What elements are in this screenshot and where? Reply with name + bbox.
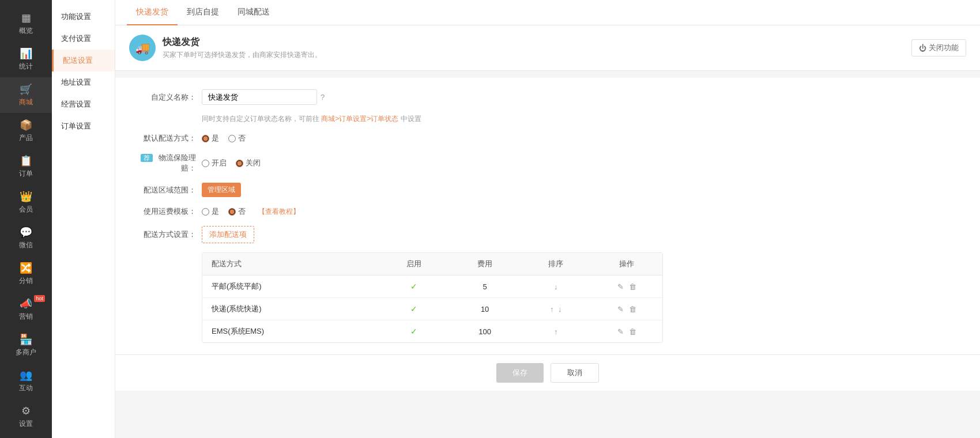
row3-enabled: ✓ [378,321,449,342]
sidebar-item-label: 概览 [19,26,33,36]
form-area: 自定义名称： ? 同时支持自定义订单状态名称，可前往 商城>订单设置>订单状态 … [115,78,980,354]
delete-icon[interactable]: 🗑 [629,305,636,314]
second-nav-addr[interactable]: 地址设置 [52,71,115,93]
power-icon: ⏻ [919,44,926,52]
main-content: 快递发货 到店自提 同城配送 🚚 快递发货 买家下单时可选择快递发货，由商家安排… [115,0,980,438]
custom-name-input[interactable] [202,89,317,105]
default-method-label: 默认配送方式： [133,133,196,144]
sidebar-item-order[interactable]: 📋 订单 [0,149,52,184]
second-nav-ship[interactable]: 配送设置 [52,50,115,71]
second-nav-func[interactable]: 功能设置 [52,6,115,28]
header-desc: 买家下单时可选择快递发货，由商家安排快递寄出。 [163,50,322,60]
hot-badge: hot [34,295,45,302]
sidebar-item-interact[interactable]: 👥 互动 [0,363,52,399]
shop-icon: 🛒 [20,83,32,96]
sidebar: ▦ 概览 📊 统计 🛒 商城 📦 产品 📋 订单 👑 会员 💬 微信 🔀 分销 … [0,0,52,438]
check-icon: ✓ [410,304,417,314]
row2-enabled: ✓ [378,299,449,319]
delete-icon[interactable]: 🗑 [629,327,636,336]
save-button[interactable]: 保存 [496,363,544,383]
tab-bar: 快递发货 到店自提 同城配送 [115,0,980,25]
product-icon: 📦 [20,119,32,131]
insure-open[interactable]: 开启 [202,158,227,168]
insure-close[interactable]: 关闭 [236,158,261,168]
sidebar-item-member[interactable]: 👑 会员 [0,184,52,220]
edit-icon[interactable]: ✎ [617,305,624,314]
member-icon: 👑 [20,190,32,203]
row2-sort: ↑ ↓ [521,299,591,319]
default-method-yes[interactable]: 是 [202,133,219,144]
second-nav-biz[interactable]: 经营设置 [52,93,115,115]
close-function-button[interactable]: ⏻ 关闭功能 [911,39,966,56]
header-delivery-icon: 🚚 [129,35,156,61]
table-row: 快递(系统快递) ✓ 10 ↑ ↓ ✎ 🗑 [202,298,662,320]
edit-icon[interactable]: ✎ [617,327,624,336]
delivery-table: 配送方式 启用 费用 排序 操作 平邮(系统平邮) ✓ 5 ↓ [202,252,663,343]
second-nav-pay[interactable]: 支付设置 [52,28,115,50]
sidebar-item-multi[interactable]: 🏪 多商户 [0,327,52,363]
sidebar-item-product[interactable]: 📦 产品 [0,113,52,149]
freight-yes[interactable]: 是 [202,206,219,217]
tab-pickup[interactable]: 到店自提 [178,0,228,25]
freight-label: 使用运费模板： [133,206,196,217]
form-footer: 保存 取消 [115,354,980,391]
sidebar-item-label: 设置 [19,419,33,429]
sort-down-arrow[interactable]: ↓ [554,282,558,291]
sidebar-item-label: 分销 [19,276,33,286]
custom-name-row: 自定义名称： ? [133,89,963,105]
row2-action: ✎ 🗑 [591,299,662,319]
tab-local[interactable]: 同城配送 [228,0,279,25]
stats-icon: 📊 [20,47,32,60]
multi-icon: 🏪 [20,333,32,346]
col-header-fee: 费用 [450,253,521,275]
header-card: 🚚 快递发货 买家下单时可选择快递发货，由商家安排快递寄出。 ⏻ 关闭功能 [115,25,980,71]
distribute-icon: 🔀 [20,262,32,274]
row1-sort: ↓ [521,277,591,297]
sidebar-item-shop[interactable]: 🛒 商城 [0,77,52,113]
sidebar-item-marketing[interactable]: 📣 营销 hot [0,292,52,327]
freight-no[interactable]: 否 [228,206,246,217]
sort-up-arrow[interactable]: ↑ [554,327,558,336]
manage-area-button[interactable]: 管理区域 [202,183,241,197]
delivery-method-row: 配送方式设置： 添加配送项 [133,226,963,243]
order-icon: 📋 [20,154,32,167]
sidebar-item-settings[interactable]: ⚙ 设置 [0,399,52,435]
help-icon[interactable]: ? [321,93,325,101]
second-nav-order-cfg[interactable]: 订单设置 [52,115,115,137]
sidebar-item-label: 多商户 [16,348,36,357]
row3-action: ✎ 🗑 [591,322,662,342]
col-header-name: 配送方式 [202,253,378,275]
default-method-radio-group: 是 否 [202,133,246,144]
tutorial-link[interactable]: 【查看教程】 [258,207,300,217]
hint-link[interactable]: 商城>订单设置>订单状态 [321,115,398,123]
close-btn-label: 关闭功能 [929,43,959,53]
insure-badge: 荐 [141,154,153,162]
sort-down-arrow[interactable]: ↓ [558,305,562,314]
sidebar-item-label: 商城 [19,97,33,107]
sidebar-item-overview[interactable]: ▦ 概览 [0,6,52,41]
micro-icon: 💬 [20,226,32,239]
row3-name: EMS(系统EMS) [202,320,378,342]
second-nav: 功能设置 支付设置 配送设置 地址设置 经营设置 订单设置 [52,0,115,438]
delivery-area-row: 配送区域范围： 管理区域 [133,183,963,197]
edit-icon[interactable]: ✎ [617,282,624,291]
default-method-no[interactable]: 否 [228,133,246,144]
logistics-insure-row: 荐 物流保险理赔： 开启 关闭 [133,153,963,173]
sidebar-item-stats[interactable]: 📊 统计 [0,41,52,77]
freight-template-row: 使用运费模板： 是 否 【查看教程】 [133,206,963,217]
sidebar-item-label: 营销 [19,312,33,322]
cancel-button[interactable]: 取消 [551,363,599,383]
col-header-action: 操作 [591,253,662,275]
sidebar-item-label: 产品 [19,133,33,143]
sidebar-item-label: 会员 [19,205,33,214]
sidebar-item-label: 互动 [19,383,33,393]
row1-fee: 5 [450,277,521,297]
row3-sort: ↑ [521,322,591,342]
sidebar-item-micro[interactable]: 💬 微信 [0,220,52,256]
table-header: 配送方式 启用 费用 排序 操作 [202,253,662,275]
delete-icon[interactable]: 🗑 [629,282,636,291]
sidebar-item-distribute[interactable]: 🔀 分销 [0,256,52,292]
tab-express[interactable]: 快递发货 [127,0,178,25]
add-delivery-button[interactable]: 添加配送项 [202,226,254,243]
sort-up-arrow[interactable]: ↑ [550,305,554,314]
